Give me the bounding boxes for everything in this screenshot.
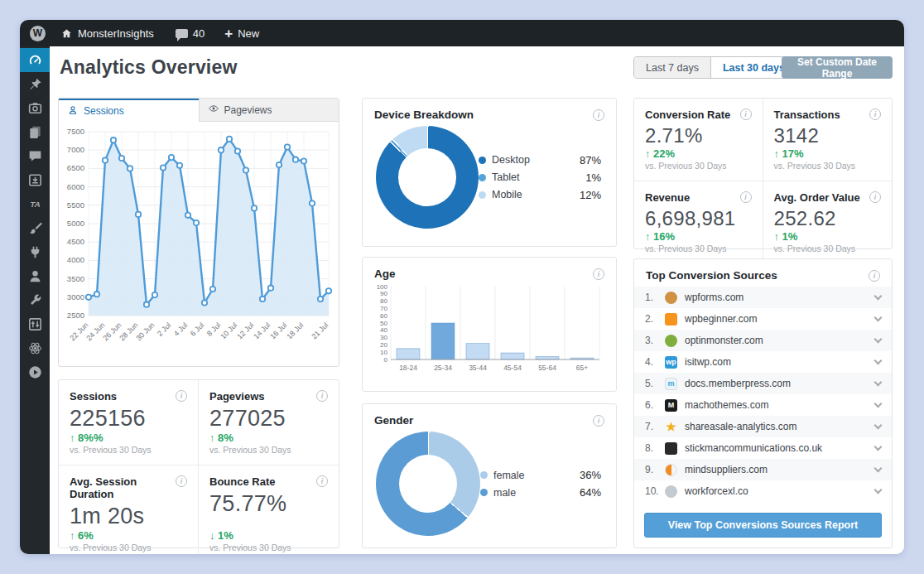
arrow-up-icon: ↑	[645, 147, 651, 160]
sidebar-item-download-icon[interactable]	[20, 168, 50, 192]
source-domain: workforcexl.co	[685, 485, 748, 497]
source-rank: 2.	[645, 313, 665, 325]
svg-text:10: 10	[380, 349, 387, 356]
source-row-wpbeginner-com[interactable]: 2.wpbeginner.com	[634, 308, 892, 330]
svg-text:18 Jul: 18 Jul	[285, 321, 305, 340]
svg-text:18-24: 18-24	[399, 364, 417, 372]
svg-text:0: 0	[384, 356, 388, 364]
source-rank: 4.	[645, 356, 665, 368]
age-title: Age	[374, 268, 396, 280]
info-icon[interactable]: i	[593, 109, 604, 121]
legend-dot-icon	[479, 191, 486, 199]
info-icon[interactable]: i	[593, 268, 604, 280]
svg-text:12 Jul: 12 Jul	[235, 321, 255, 340]
kpi-value: 277025	[209, 406, 328, 432]
admin-bar-new-button[interactable]: + New	[224, 27, 259, 41]
kpi-label: Pageviews	[209, 390, 265, 403]
tab-sessions[interactable]: Sessions	[59, 99, 199, 122]
svg-text:90: 90	[380, 290, 387, 297]
source-rank: 7.	[645, 421, 665, 432]
sidebar-item-sliders-icon[interactable]	[20, 312, 50, 336]
info-icon[interactable]: i	[316, 475, 328, 487]
info-icon[interactable]: i	[869, 109, 881, 120]
traffic-kpi-sessions: Sessionsi225156↑ 8%%vs. Previous 30 Days	[59, 380, 199, 465]
info-icon[interactable]: i	[740, 191, 752, 203]
kpi-label: Sessions	[70, 390, 117, 403]
sidebar-item-atom-icon[interactable]	[20, 336, 50, 360]
sidebar-item-wrench-icon[interactable]	[20, 288, 50, 312]
kpi-value: 3142	[774, 124, 882, 147]
info-icon[interactable]: i	[869, 191, 881, 203]
set-custom-date-range-button[interactable]: Set Custom Date Range	[782, 56, 893, 79]
sidebar-item-paintbrush-icon[interactable]	[20, 216, 50, 240]
svg-text:3000: 3000	[67, 292, 84, 301]
arrow-up-icon: ↑	[645, 230, 651, 243]
chevron-down-icon[interactable]	[874, 292, 883, 300]
sidebar-item-media-icon[interactable]	[20, 96, 50, 120]
kpi-compare: vs. Previous 30 Days	[70, 543, 187, 552]
chevron-down-icon[interactable]	[874, 378, 883, 386]
info-icon[interactable]: i	[316, 390, 328, 402]
legend-item-desktop[interactable]: Desktop87%	[479, 154, 601, 166]
sidebar-item-pages-icon[interactable]	[20, 120, 50, 144]
chevron-down-icon[interactable]	[874, 313, 883, 321]
new-label: New	[238, 27, 259, 40]
kpi-label: Avg. Order Value	[774, 191, 860, 204]
source-row-optinmonster-com[interactable]: 3.optinmonster.com	[634, 330, 892, 351]
memberpress-favicon: m	[665, 378, 677, 390]
legend-item-female[interactable]: female36%	[480, 469, 601, 481]
legend-item-mobile[interactable]: Mobile12%	[479, 189, 601, 201]
view-top-conversions-report-button[interactable]: View Top Conversions Sources Report	[644, 513, 882, 538]
source-row-workforcexl-co[interactable]: 10.workforcexl.co	[634, 480, 892, 502]
kpi-delta: ↑ 8%	[209, 432, 328, 444]
info-icon[interactable]: i	[176, 475, 187, 487]
sidebar-item-gauge-icon[interactable]	[20, 48, 50, 72]
source-row-docs-memberpress-com[interactable]: 5.mdocs.memberpress.com	[634, 373, 892, 394]
ecommerce-kpi-avg-order-value: Avg. Order Valuei252.62↑ 1%vs. Previous …	[763, 181, 893, 263]
chevron-down-icon[interactable]	[874, 442, 883, 451]
top-conversion-sources-card: Top Conversion Sources i 1.wpforms.com2.…	[633, 258, 893, 548]
tab-pageviews[interactable]: Pageviews	[199, 99, 339, 122]
device-legend: Desktop87%Tablet1%Mobile12%	[479, 149, 601, 206]
kpi-compare: vs. Previous 30 Days	[70, 445, 187, 455]
source-row-wpforms-com[interactable]: 1.wpforms.com	[634, 287, 892, 308]
info-icon[interactable]: i	[593, 415, 604, 427]
comment-bubble-icon	[176, 29, 188, 38]
source-row-shareasale-analytics-com[interactable]: 7.★shareasale-analytics.com	[634, 416, 892, 437]
sidebar-item-pushpin-icon[interactable]	[20, 72, 50, 96]
source-row-isitwp-com[interactable]: 4.wpisitwp.com	[634, 351, 892, 373]
source-row-stickmancommunications-co-uk[interactable]: 8.stickmancommunications.co.uk	[634, 437, 892, 459]
info-icon[interactable]: i	[176, 390, 187, 402]
sidebar-item-user-icon[interactable]	[20, 264, 50, 288]
source-row-machothemes-com[interactable]: 6.Mmachothemes.com	[634, 394, 892, 416]
info-icon[interactable]: i	[869, 270, 880, 282]
chevron-down-icon[interactable]	[874, 485, 883, 494]
range-button-last-7-days[interactable]: Last 7 days	[634, 57, 710, 78]
optinmonster-favicon	[665, 335, 677, 347]
star-favicon: ★	[665, 421, 677, 433]
chevron-down-icon[interactable]	[874, 335, 883, 343]
traffic-kpi-bounce-rate: Bounce Ratei75.77%↓ 1%vs. Previous 30 Da…	[199, 465, 339, 554]
chevron-down-icon[interactable]	[874, 399, 883, 408]
legend-dot-icon	[480, 471, 488, 479]
chevron-down-icon[interactable]	[874, 464, 883, 472]
legend-dot-icon	[480, 489, 488, 496]
legend-item-male[interactable]: male64%	[480, 486, 601, 499]
admin-bar-site-link[interactable]: MonsterInsights	[60, 27, 154, 40]
source-domain: docs.memberpress.com	[685, 378, 791, 389]
sidebar-item-play-icon[interactable]	[20, 360, 50, 384]
chevron-down-icon[interactable]	[874, 421, 883, 429]
stickman-favicon	[665, 442, 677, 455]
source-row-mindsuppliers-com[interactable]: 9.mindsuppliers.com	[634, 459, 892, 480]
sidebar-item-plug-icon[interactable]	[20, 240, 50, 264]
sidebar-item-ta-icon[interactable]: TA	[20, 192, 50, 216]
legend-item-tablet[interactable]: Tablet1%	[479, 171, 601, 184]
svg-text:4000: 4000	[67, 255, 84, 264]
source-rank: 3.	[645, 335, 665, 346]
admin-bar-comments[interactable]: 40	[176, 27, 205, 40]
wordpress-logo-icon[interactable]: W	[30, 26, 46, 41]
sidebar-item-comments-icon[interactable]	[20, 144, 50, 168]
info-icon[interactable]: i	[740, 109, 752, 120]
kpi-label: Conversion Rate	[645, 109, 730, 121]
chevron-down-icon[interactable]	[874, 356, 883, 364]
